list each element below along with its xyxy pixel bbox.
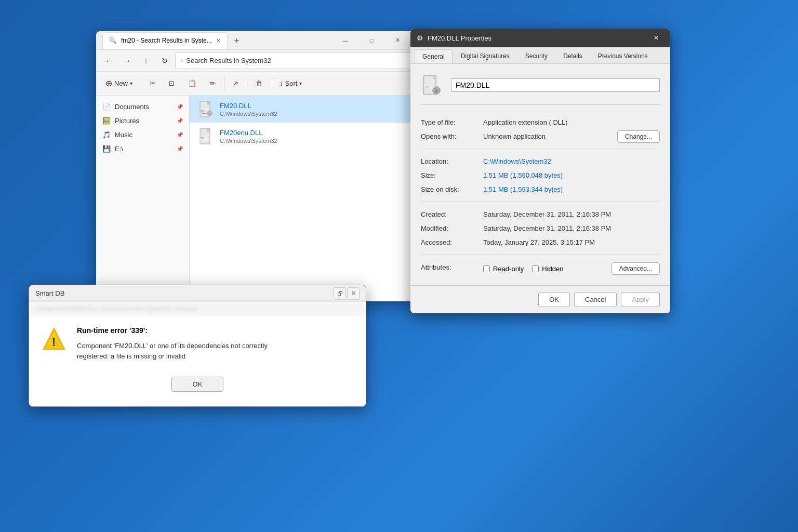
ok-button[interactable]: OK [538,292,570,307]
tab-previous-versions[interactable]: Previous Versions [591,49,655,63]
sidebar-item-music-label: Music [115,131,132,139]
error-body: ! Run-time error '339': Component 'FM20.… [29,316,366,406]
tab-close-icon[interactable]: ✕ [216,37,221,44]
sidebar-item-drive-e[interactable]: 💾 E:\ 📌 [96,142,189,156]
error-text-block: Run-time error '339': Component 'FM20.DL… [77,326,353,361]
copy-button[interactable]: ⊡ [164,75,180,92]
sort-button[interactable]: ↕ Sort ▾ [274,75,307,92]
file-path-fm20enudll: C:\Windows\System32 [220,138,277,144]
opens-label: Opens with: [421,129,483,143]
svg-text:DLL: DLL [201,110,206,113]
apply-button[interactable]: Apply [621,292,660,307]
share-button[interactable]: ↗ [228,75,244,92]
type-label: Type of file: [421,115,483,129]
svg-text:DLL: DLL [425,85,431,89]
created-label: Created: [421,207,483,221]
svg-rect-10 [433,76,436,78]
attributes-label: Attributes: [421,260,483,275]
properties-body: DLL ⚙ Type of file: Application extensio… [410,64,670,285]
hidden-checkbox-label[interactable]: Hidden [532,265,563,273]
explorer-maximize-button[interactable]: □ [360,32,383,49]
tab-details[interactable]: Details [556,49,590,63]
sort-icon: ↕ [280,79,283,87]
size-value: 1.51 MB (1,590,048 bytes) [483,168,660,182]
tab-digital-signatures[interactable]: Digital Signatures [454,49,517,63]
address-separator: › [181,57,183,64]
error-message: Component 'FM20.DLL' or one of its depen… [77,341,353,361]
error-content: ! Run-time error '339': Component 'FM20.… [42,326,353,361]
pin-icon-2: 📌 [177,118,183,124]
music-icon: 🎵 [102,131,111,139]
tab-general[interactable]: General [415,49,453,63]
explorer-minimize-button[interactable]: — [334,32,357,49]
separator-3 [421,255,660,255]
properties-close-button[interactable]: ✕ [648,30,664,46]
filename-input[interactable] [451,78,660,92]
sort-label: Sort [285,79,298,87]
file-explorer-window: 🔍 fm20 - Search Results in Syste... ✕ + … [96,31,416,301]
sidebar-item-drive-label: E:\ [115,145,123,153]
size-label: Size: [421,168,483,182]
location-value: C:\Windows\System32 [483,154,660,168]
rename-icon: ✏ [210,79,216,87]
prop-filename-row: DLL ⚙ [421,74,660,105]
explorer-tab-active[interactable]: 🔍 fm20 - Search Results in Syste... ✕ [102,32,228,49]
svg-text:⚙: ⚙ [434,89,438,94]
paste-icon: 📋 [188,79,196,87]
svg-rect-1 [207,101,210,104]
forward-button[interactable]: → [119,52,136,69]
hidden-checkbox[interactable] [532,265,539,272]
explorer-titlebar: 🔍 fm20 - Search Results in Syste... ✕ + … [96,31,416,50]
tab-security[interactable]: Security [518,49,555,63]
explorer-close-button[interactable]: ✕ [385,32,409,49]
documents-icon: 📄 [102,103,111,111]
error-titlebar-controls: 🗗 ✕ [334,287,360,300]
sidebar-item-music[interactable]: 🎵 Music 📌 [96,128,189,142]
rename-button[interactable]: ✏ [205,75,221,92]
cancel-button[interactable]: Cancel [574,292,617,307]
tab-bar: 🔍 fm20 - Search Results in Syste... ✕ + [102,32,334,49]
back-button[interactable]: ← [100,52,117,69]
up-button[interactable]: ↑ [138,52,154,69]
error-titlebar: Smart DB 🗗 ✕ [29,285,366,302]
new-tab-button[interactable]: + [230,33,244,48]
svg-text:DLL: DLL [201,137,206,140]
copy-icon: ⊡ [169,79,175,87]
file-icon-fm20dll: DLL ⚙ [198,100,215,118]
properties-footer: OK Cancel Apply [410,285,670,313]
svg-text:!: ! [52,336,56,349]
delete-button[interactable]: 🗑 [250,75,268,92]
explorer-file-list: DLL ⚙ FM20.DLL C:\Windows\System32 [190,96,416,301]
size-on-disk-label: Size on disk: [421,182,483,196]
sidebar-item-pictures[interactable]: 🖼️ Pictures 📌 [96,114,189,128]
accessed-label: Accessed: [421,235,483,249]
address-bar[interactable]: › Search Results in System32 [175,52,411,69]
refresh-button[interactable]: ↻ [156,52,173,69]
error-restore-button[interactable]: 🗗 [334,287,346,300]
file-name-fm20dll: FM20.DLL [220,102,277,110]
svg-rect-7 [207,128,210,131]
advanced-button[interactable]: Advanced... [611,262,660,275]
separator-1 [421,149,660,149]
explorer-body: 📄 Documents 📌 🖼️ Pictures 📌 🎵 Music 📌 💾 … [96,96,416,301]
properties-file-icon-small: ⚙ [417,34,423,42]
properties-grid: Type of file: Application extension (.DL… [421,115,660,275]
new-dropdown-icon: ▾ [130,81,132,86]
accessed-value: Today, January 27, 2025, 3:15:17 PM [483,235,660,249]
blurred-text: Component FM20.DLL not found in the Syst… [29,302,366,316]
readonly-checkbox-label[interactable]: Read-only [483,265,524,273]
file-item-fm20enudll[interactable]: DLL FM20enu.DLL C:\Windows\System32 [190,123,416,150]
error-close-button[interactable]: ✕ [347,287,360,300]
cut-button[interactable]: ✂ [144,75,161,92]
readonly-checkbox[interactable] [483,265,490,272]
paste-button[interactable]: 📋 [183,75,202,92]
modified-label: Modified: [421,221,483,235]
ribbon-separator-1 [141,77,141,90]
sidebar-item-documents[interactable]: 📄 Documents 📌 [96,100,189,114]
new-button[interactable]: ⊕ New ▾ [100,75,138,92]
change-button[interactable]: Change... [617,130,660,143]
error-ok-button[interactable]: OK [171,377,224,392]
created-value: Saturday, December 31, 2011, 2:16:38 PM [483,207,660,221]
file-item-fm20dll[interactable]: DLL ⚙ FM20.DLL C:\Windows\System32 [190,96,416,123]
hidden-label: Hidden [542,265,563,273]
